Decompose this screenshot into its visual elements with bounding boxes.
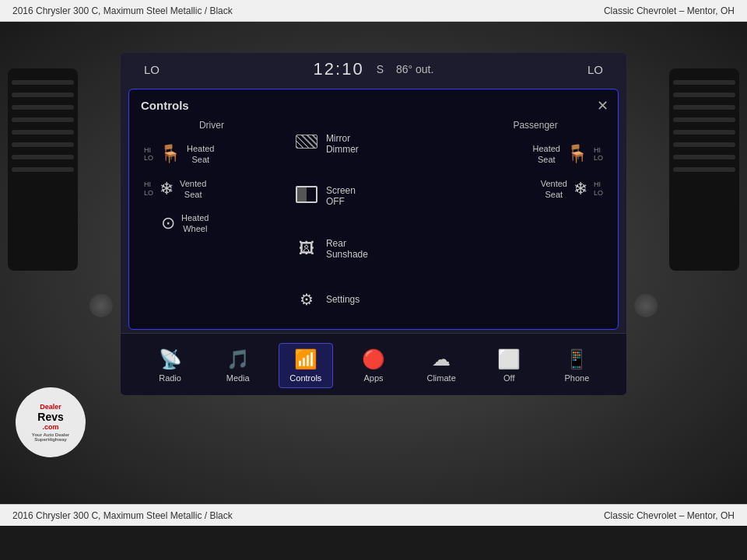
- passenger-title: Passenger: [465, 120, 606, 131]
- heated-wheel-icon: ⊙: [161, 213, 175, 233]
- lo-right: LO: [587, 63, 603, 76]
- driver-vented-seat-label: VentedSeat: [180, 178, 206, 201]
- phone-icon: 📱: [565, 348, 588, 370]
- weather: 86° out.: [396, 63, 433, 75]
- passenger-vented-hilo: HI LO: [594, 180, 603, 198]
- screen-time: 12:10: [314, 59, 364, 79]
- screen-status-bar: LO 12:10 S 86° out. LO: [121, 53, 626, 86]
- left-vent: [8, 68, 78, 271]
- nav-off[interactable]: ⬜ Off: [482, 344, 536, 387]
- nav-phone[interactable]: 📱 Phone: [549, 344, 604, 387]
- screen-nav-bar: 📡 Radio 🎵 Media 📶 Controls 🔴 Apps ☁ Clim…: [121, 333, 626, 395]
- driver-vented-seat-icon: ❄: [160, 179, 174, 199]
- car-display-area: LO 12:10 S 86° out. LO Controls ✕ Driver…: [0, 22, 747, 504]
- settings-icon: ⚙: [295, 290, 318, 309]
- screen-off-icon: [295, 186, 318, 207]
- rear-sunshade-button[interactable]: 🖼 RearSunshade: [289, 235, 458, 263]
- passenger-column: Passenger HeatedSeat 🪑 HI LO VentedSeat …: [465, 120, 606, 322]
- apps-icon: 🔴: [362, 348, 385, 370]
- passenger-heated-hilo: HI LO: [594, 146, 603, 163]
- center-column: MirrorDimmer ScreenOFF 🖼 RearSunshade: [289, 120, 458, 322]
- climate-icon: ☁: [432, 348, 451, 370]
- watermark-com: .com: [42, 423, 58, 431]
- controls-nav-label: Controls: [289, 373, 321, 383]
- top-bar-right: Classic Chevrolet – Mentor, OH: [604, 5, 735, 16]
- watermark-revs: Revs: [37, 411, 63, 423]
- bottom-info-bar: 2016 Chrysler 300 C, Maximum Steel Metal…: [0, 504, 747, 526]
- heated-wheel-label: HeatedWheel: [181, 212, 209, 235]
- direction: S: [377, 63, 384, 75]
- apps-label: Apps: [363, 373, 383, 383]
- lo-left: LO: [144, 63, 160, 76]
- controls-grid: Driver HI LO 🪑 HeatedSeat HI: [141, 120, 606, 322]
- radio-icon: 📡: [159, 348, 182, 370]
- driver-heated-hilo: HI LO: [144, 146, 153, 163]
- passenger-vented-seat-label: VentedSeat: [541, 178, 567, 201]
- driver-heated-seat-icon: 🪑: [160, 144, 181, 164]
- watermark-tagline: Your Auto Dealer SuperHighway: [16, 432, 86, 442]
- driver-vented-seat[interactable]: HI LO ❄ VentedSeat: [141, 173, 282, 205]
- top-info-bar: 2016 Chrysler 300 C, Maximum Steel Metal…: [0, 0, 747, 22]
- left-knob: [89, 294, 113, 317]
- nav-media[interactable]: 🎵 Media: [211, 344, 265, 387]
- settings-label: Settings: [326, 294, 359, 305]
- driver-column: Driver HI LO 🪑 HeatedSeat HI: [141, 120, 282, 322]
- mirror-dimmer-icon: [295, 135, 318, 152]
- nav-radio[interactable]: 📡 Radio: [143, 344, 198, 387]
- passenger-heated-seat[interactable]: HeatedSeat 🪑 HI LO: [465, 138, 606, 170]
- mirror-dimmer-button[interactable]: MirrorDimmer: [289, 130, 458, 158]
- passenger-vented-seat[interactable]: VentedSeat ❄ HI LO: [465, 173, 606, 205]
- bottom-bar-right: Classic Chevrolet – Mentor, OH: [604, 510, 735, 521]
- settings-button[interactable]: ⚙ Settings: [289, 287, 458, 312]
- infotainment-screen: LO 12:10 S 86° out. LO Controls ✕ Driver…: [121, 53, 626, 395]
- screen-off-button[interactable]: ScreenOFF: [289, 182, 458, 210]
- passenger-heated-seat-icon: 🪑: [566, 144, 587, 164]
- off-icon: ⬜: [497, 348, 521, 370]
- driver-heated-seat[interactable]: HI LO 🪑 HeatedSeat: [141, 138, 282, 170]
- driver-title: Driver: [141, 120, 282, 131]
- controls-panel: Controls ✕ Driver HI LO 🪑 HeatedSeat: [128, 89, 619, 330]
- controls-title: Controls: [141, 99, 606, 112]
- media-label: Media: [226, 373, 250, 383]
- dealerrevs-watermark: Dealer Revs .com Your Auto Dealer SuperH…: [16, 387, 86, 457]
- passenger-vented-seat-icon: ❄: [573, 179, 587, 199]
- right-vent: [669, 68, 739, 271]
- close-button[interactable]: ✕: [597, 97, 608, 114]
- rear-sunshade-icon: 🖼: [295, 240, 318, 257]
- controls-icon: 📶: [294, 348, 317, 370]
- bottom-bar-left: 2016 Chrysler 300 C, Maximum Steel Metal…: [12, 510, 233, 521]
- off-label: Off: [503, 373, 514, 383]
- nav-controls[interactable]: 📶 Controls: [279, 343, 333, 388]
- nav-apps[interactable]: 🔴 Apps: [346, 344, 401, 387]
- media-icon: 🎵: [226, 348, 250, 370]
- driver-heated-wheel[interactable]: ⊙ HeatedWheel: [141, 208, 282, 240]
- screen-off-label: ScreenOFF: [326, 185, 356, 207]
- driver-heated-seat-label: HeatedSeat: [187, 143, 214, 166]
- mirror-dimmer-label: MirrorDimmer: [326, 133, 359, 155]
- rear-sunshade-label: RearSunshade: [326, 238, 368, 260]
- nav-climate[interactable]: ☁ Climate: [414, 344, 468, 387]
- right-knob: [634, 294, 658, 317]
- climate-label: Climate: [426, 373, 455, 383]
- radio-label: Radio: [159, 373, 181, 383]
- phone-label: Phone: [565, 373, 590, 383]
- driver-vented-hilo: HI LO: [144, 180, 153, 198]
- top-bar-left: 2016 Chrysler 300 C, Maximum Steel Metal…: [12, 5, 233, 16]
- passenger-heated-seat-label: HeatedSeat: [533, 143, 560, 166]
- watermark-dealer: Dealer: [40, 403, 61, 411]
